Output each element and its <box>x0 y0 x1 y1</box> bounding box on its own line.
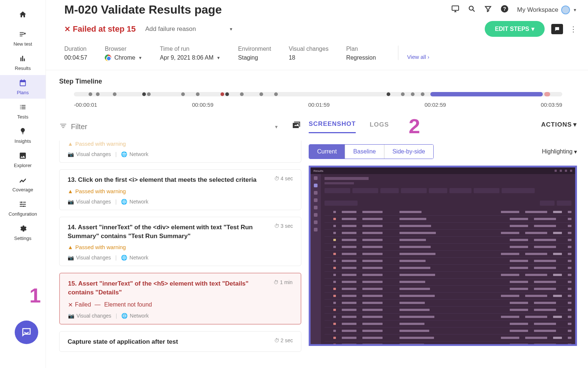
view-mode-sbs[interactable]: Side-by-side <box>384 145 433 159</box>
desktop-icon[interactable] <box>451 4 460 15</box>
svg-point-1 <box>21 204 22 205</box>
sidebar-label: Tests <box>17 114 28 120</box>
step-time: ⏱ 4 sec <box>274 176 293 181</box>
network-link[interactable]: 🌐 Network <box>121 313 148 319</box>
visual-changes-link[interactable]: 📷 Visual changes <box>68 255 111 261</box>
mock-sidenav <box>311 174 321 344</box>
sidebar-label: Configuration <box>8 211 37 217</box>
filter-input[interactable] <box>71 123 270 131</box>
meta-duration: Duration 00:04:57 <box>64 46 87 61</box>
timeline-title: Step Timeline <box>59 78 577 85</box>
sidebar-item-settings[interactable]: Settings <box>0 221 46 244</box>
step-links: 📷 Visual changes | 🌐 Network <box>68 151 293 157</box>
camera-icon: 📷 <box>68 255 74 261</box>
actions-dropdown[interactable]: ACTIONS ▾ <box>541 121 577 133</box>
timeline-track[interactable] <box>74 92 562 96</box>
close-icon: ✕ <box>64 25 71 33</box>
step-links: 📷 Visual changes | 🌐 Network <box>68 199 293 205</box>
chat-bubble[interactable] <box>15 321 38 344</box>
timeline-section: Step Timeline -00:00:01 00:00:59 <box>46 70 588 112</box>
workspace-label: My Workspace <box>517 6 558 14</box>
status-row-actions: EDIT STEPS ▾ ⋮ <box>485 21 577 37</box>
meta-row: Duration 00:04:57 Browser Chrome ▼ Time … <box>46 37 588 70</box>
view-all-link[interactable]: View all › <box>398 46 429 60</box>
insights-icon <box>19 127 27 138</box>
screenshot-frame[interactable]: Results <box>309 166 577 346</box>
gallery-icon[interactable] <box>291 120 301 133</box>
sidebar-label: Settings <box>14 236 32 241</box>
step-status-warning: ▲ Passed with warning <box>68 188 293 194</box>
sidebar: New test Results Plans Tests Insights Ex… <box>0 0 46 368</box>
sidebar-item-plans[interactable]: Plans <box>0 75 46 99</box>
caret-down-icon: ▼ <box>216 56 220 60</box>
sidebar-item-configuration[interactable]: Configuration <box>0 197 46 220</box>
step-status-warning: ▲ Passed with warning <box>68 141 293 147</box>
edit-steps-button[interactable]: EDIT STEPS ▾ <box>485 21 545 37</box>
step-card[interactable]: ▲ Passed with warning 📷 Visual changes |… <box>59 141 301 163</box>
visual-changes-link[interactable]: 📷 Visual changes <box>68 151 111 157</box>
step-card-failed[interactable]: 15. Assert "innerText" of the <h5> eleme… <box>59 273 301 325</box>
meta-time-of-run[interactable]: Time of run Apr 9, 2021 8:06 AM ▼ <box>160 46 220 61</box>
sidebar-item-coverage[interactable]: Coverage <box>0 172 46 196</box>
search-icon[interactable] <box>468 5 476 15</box>
failure-reason-select[interactable]: Add failure reason ▼ <box>145 25 233 33</box>
step-card[interactable]: 14. Assert "innerText" of the <div> elem… <box>59 217 301 266</box>
tab-screenshot[interactable]: SCREENSHOT <box>309 120 356 133</box>
visual-changes-link[interactable]: 📷 Visual changes <box>68 199 111 205</box>
caret-down-icon: ▼ <box>138 56 142 60</box>
avatar <box>561 6 570 14</box>
more-menu-icon[interactable]: ⋮ <box>570 25 577 33</box>
sidebar-item-explorer[interactable]: Explorer <box>0 148 46 171</box>
svg-point-2 <box>23 205 25 207</box>
plans-icon <box>19 79 27 89</box>
network-link[interactable]: 🌐 Network <box>121 255 148 261</box>
screenshot-tabs: SCREENSHOT LOGS ACTIONS ▾ <box>309 112 577 133</box>
mock-body <box>321 174 575 344</box>
network-link[interactable]: 🌐 Network <box>121 151 148 157</box>
configuration-icon <box>19 200 27 210</box>
screenshot-panel: SCREENSHOT LOGS ACTIONS ▾ Current Baseli… <box>305 112 588 340</box>
step-links: 📷 Visual changes | 🌐 Network <box>68 313 293 319</box>
sidebar-item-insights[interactable]: Insights <box>0 124 46 147</box>
svg-point-0 <box>21 201 22 203</box>
step-card[interactable]: 13. Click on the first <i> element that … <box>59 169 301 210</box>
sidebar-label: Insights <box>15 138 31 144</box>
filter-icon[interactable] <box>484 5 492 15</box>
visual-changes-link[interactable]: 📷 Visual changes <box>68 313 111 319</box>
filter-list-icon[interactable] <box>59 122 67 132</box>
workspace-selector[interactable]: My Workspace ▼ <box>517 6 577 14</box>
caret-down-icon: ▼ <box>229 27 233 31</box>
results-icon <box>19 54 27 65</box>
sidebar-item-results[interactable]: Results <box>0 51 46 74</box>
caret-down-icon: ▾ <box>531 25 534 32</box>
view-mode-baseline[interactable]: Baseline <box>345 145 384 159</box>
view-mode-current[interactable]: Current <box>309 145 345 159</box>
comments-icon[interactable] <box>551 24 563 34</box>
sidebar-item-new-test[interactable]: New test <box>0 26 46 50</box>
caret-down-icon[interactable]: ▼ <box>274 124 279 130</box>
highlighting-dropdown[interactable]: Highlighting ▾ <box>542 148 577 155</box>
warning-icon: ▲ <box>68 141 73 147</box>
step-card[interactable]: Capture state of application after test … <box>59 331 301 352</box>
meta-plan: Plan Regression <box>346 46 376 61</box>
timeline-progress <box>430 92 543 96</box>
meta-browser[interactable]: Browser Chrome ▼ <box>105 46 142 61</box>
clock-icon: ⏱ <box>273 279 279 285</box>
caret-down-icon: ▼ <box>573 8 577 12</box>
step-time: ⏱ 3 sec <box>274 223 293 229</box>
tab-logs[interactable]: LOGS <box>370 121 389 133</box>
clock-icon: ⏱ <box>274 176 279 181</box>
step-status-failed: ✕ Failed — Element not found <box>68 301 293 308</box>
network-link[interactable]: 🌐 Network <box>121 199 148 205</box>
content-split: ▼ ▲ Passed with warning 📷 Visual changes… <box>46 112 588 340</box>
caret-down-icon: ▾ <box>574 148 577 155</box>
svg-rect-3 <box>452 6 459 10</box>
help-icon[interactable]: ? <box>500 4 509 15</box>
sidebar-item-home[interactable] <box>0 7 46 26</box>
sidebar-label: New test <box>14 41 32 47</box>
status-badge: ✕ Failed at step 15 <box>64 24 136 34</box>
sidebar-item-tests[interactable]: Tests <box>0 99 46 123</box>
header-row: M-020 Validate Results page ? My Workspa… <box>46 0 588 17</box>
page-title: M-020 Validate Results page <box>64 3 222 17</box>
header-actions: ? My Workspace ▼ <box>451 4 577 15</box>
